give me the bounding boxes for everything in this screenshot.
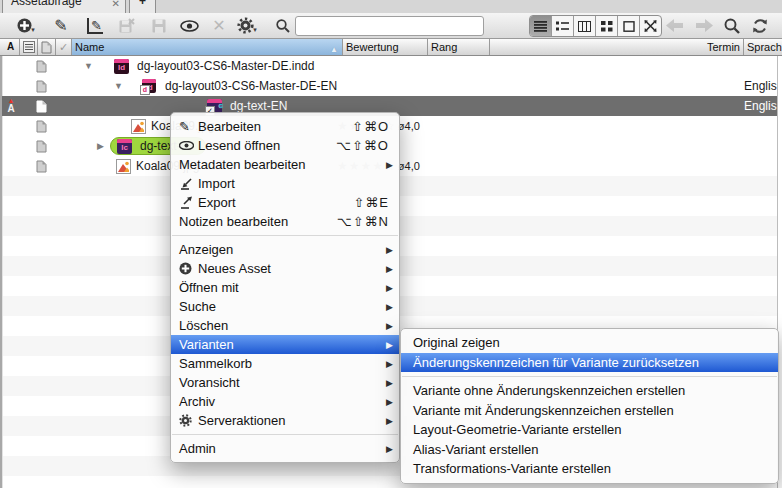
tree-collapse-icon[interactable]: ▼ bbox=[114, 76, 123, 96]
menu-item-voransicht[interactable]: Voransicht▶ bbox=[171, 373, 399, 392]
submenu-arrow-icon: ▶ bbox=[382, 245, 393, 255]
submenu-arrow-icon: ▶ bbox=[382, 340, 393, 350]
export-icon bbox=[179, 196, 198, 209]
back-button bbox=[662, 13, 686, 38]
column-sprache[interactable]: Sprach bbox=[744, 39, 782, 55]
language-cell: Englis bbox=[744, 76, 777, 96]
view-list-segment[interactable] bbox=[530, 16, 552, 36]
menu-item-loeschen[interactable]: Löschen▶ bbox=[171, 316, 399, 335]
floppy-discard-icon bbox=[119, 18, 135, 33]
menu-item-anzeigen[interactable]: Anzeigen▶ bbox=[171, 240, 399, 259]
submenu-arrow-icon: ▶ bbox=[382, 264, 393, 274]
column-pagetype[interactable] bbox=[38, 39, 56, 55]
columns-icon bbox=[578, 21, 591, 32]
menu-item-serveraktionen[interactable]: Serveraktionen▶ bbox=[171, 411, 399, 430]
submenu-arrow-icon: ▶ bbox=[382, 444, 393, 454]
save-button bbox=[148, 13, 170, 38]
submenu-item-alias-variant[interactable]: Alias-Variant erstellen bbox=[401, 440, 778, 460]
view-details-segment[interactable] bbox=[552, 16, 574, 36]
jpeg-file-icon bbox=[116, 156, 131, 176]
single-frame-icon bbox=[623, 21, 635, 32]
expand-arrows-icon bbox=[644, 20, 657, 32]
column-flag[interactable]: A bbox=[2, 39, 20, 55]
submenu-item-variante-ohne[interactable]: Variante ohne Änderungskennzeichen erste… bbox=[401, 381, 778, 401]
sign-edit-button[interactable]: ✎ bbox=[84, 13, 106, 38]
column-listtype[interactable] bbox=[20, 39, 38, 55]
check-icon: ✓ bbox=[59, 39, 68, 55]
view-columns-segment[interactable] bbox=[574, 16, 596, 36]
submenu-arrow-icon: ▶ bbox=[382, 359, 393, 369]
floppy-icon bbox=[152, 19, 166, 33]
menu-item-oeffnen-mit[interactable]: Öffnen mit▶ bbox=[171, 278, 399, 297]
menu-item-metadaten-bearbeiten[interactable]: Metadaten bearbeiten▶ bbox=[171, 155, 399, 174]
view-mode-switcher bbox=[529, 15, 662, 37]
plus-circle-icon bbox=[17, 18, 32, 33]
table-row[interactable]: ▼ Idd dg-layout03-CS6-Master-DE-EN Engli… bbox=[2, 76, 777, 96]
menu-item-admin[interactable]: Admin▶ bbox=[171, 439, 399, 458]
menu-separator bbox=[172, 434, 398, 435]
submenu-item-aenderungskennzeichen-zuruecksetzen[interactable]: Änderungskennzeichen für Variante zurück… bbox=[401, 353, 778, 373]
toolbar: ▾ ✎ ✎ ✕ ▾ bbox=[0, 13, 782, 38]
refresh-button[interactable] bbox=[748, 13, 772, 38]
view-expand-segment[interactable] bbox=[640, 16, 661, 36]
menu-item-lesend-oeffnen[interactable]: Lesend öffnen⌥⇧⌘O bbox=[171, 136, 399, 155]
view-grid-segment[interactable] bbox=[596, 16, 618, 36]
submenu-item-transformations-variante[interactable]: Transformations-Variante erstellen bbox=[401, 459, 778, 479]
indesign-file-icon: Id bbox=[114, 56, 129, 76]
menu-item-import[interactable]: Import bbox=[171, 174, 399, 193]
find-button[interactable] bbox=[720, 13, 744, 38]
table-row[interactable]: ▼ Id dg-layout03-CS6-Master-DE.indd bbox=[2, 56, 777, 76]
menu-item-notizen-bearbeiten[interactable]: Notizen bearbeiten⌥⇧⌘N bbox=[171, 212, 399, 231]
asset-name[interactable]: dg-layout03-CS6-Master-DE-EN bbox=[165, 76, 337, 96]
search-label-icon bbox=[274, 13, 292, 38]
jpeg-file-icon bbox=[131, 116, 146, 136]
plus-circle-icon bbox=[179, 262, 198, 275]
search-input[interactable] bbox=[295, 16, 484, 36]
tree-collapse-icon[interactable]: ▼ bbox=[84, 56, 93, 76]
forward-arrow-icon bbox=[696, 19, 713, 32]
pencil-icon: ✎ bbox=[54, 13, 67, 38]
submenu-item-layout-geometrie[interactable]: Layout-Geometrie-Variante erstellen bbox=[401, 420, 778, 440]
page-icon bbox=[36, 96, 47, 116]
menu-item-sammelkorb[interactable]: Sammelkorb▶ bbox=[171, 354, 399, 373]
language-cell: Englis bbox=[744, 96, 777, 116]
sort-arrow-icon: ▲ bbox=[330, 42, 338, 55]
column-bewertung[interactable]: Bewertung bbox=[343, 39, 428, 55]
submenu-item-original-zeigen[interactable]: Original zeigen bbox=[401, 333, 778, 353]
column-termin[interactable]: Termin bbox=[490, 39, 744, 55]
actions-button[interactable]: ▾ bbox=[234, 13, 260, 38]
forward-button bbox=[692, 13, 716, 38]
tab-bar: Assetabfrage ✕ + bbox=[0, 0, 782, 14]
new-tab-button[interactable]: + bbox=[129, 0, 156, 13]
menu-item-suche[interactable]: Suche▶ bbox=[171, 297, 399, 316]
menu-item-varianten[interactable]: Varianten▶ bbox=[171, 335, 399, 354]
edit-button[interactable]: ✎ bbox=[50, 13, 72, 38]
menu-separator bbox=[402, 376, 777, 377]
column-name[interactable]: Name ▲ bbox=[72, 39, 343, 55]
menu-item-export[interactable]: Export⇧⌘E bbox=[171, 193, 399, 212]
incopy-file-icon: Ic bbox=[117, 136, 132, 156]
submenu-arrow-icon: ▶ bbox=[382, 321, 393, 331]
new-asset-button[interactable]: ▾ bbox=[14, 13, 38, 38]
tab-assetabfrage[interactable]: Assetabfrage ✕ bbox=[2, 0, 126, 13]
menu-item-bearbeiten[interactable]: ✎ Bearbeiten⇧⌘O bbox=[171, 117, 399, 136]
submenu-arrow-icon: ▶ bbox=[382, 378, 393, 388]
column-check[interactable]: ✓ bbox=[56, 39, 72, 55]
application-window: Assetabfrage ✕ + ▾ ✎ ✎ ✕ ▾ bbox=[0, 0, 782, 488]
tree-expand-icon[interactable]: ▶ bbox=[97, 136, 104, 156]
column-rang[interactable]: Rang bbox=[428, 39, 490, 55]
x-icon: ✕ bbox=[212, 13, 225, 38]
menu-item-archiv[interactable]: Archiv▶ bbox=[171, 392, 399, 411]
gear-icon bbox=[237, 17, 254, 34]
asset-name[interactable]: dg-layout03-CS6-Master-DE.indd bbox=[137, 56, 314, 76]
view-button[interactable] bbox=[178, 13, 200, 38]
sign-pencil-icon: ✎ bbox=[87, 18, 103, 34]
eye-icon bbox=[180, 20, 199, 32]
delete-button: ✕ bbox=[208, 13, 230, 38]
tab-close-icon[interactable]: ✕ bbox=[112, 0, 120, 9]
menu-item-neues-asset[interactable]: Neues Asset▶ bbox=[171, 259, 399, 278]
view-single-segment[interactable] bbox=[618, 16, 640, 36]
dropdown-caret-icon: ▾ bbox=[31, 26, 35, 34]
plus-icon: + bbox=[130, 0, 155, 8]
submenu-item-variante-mit[interactable]: Variante mit Änderungskennzeichen erstel… bbox=[401, 401, 778, 421]
